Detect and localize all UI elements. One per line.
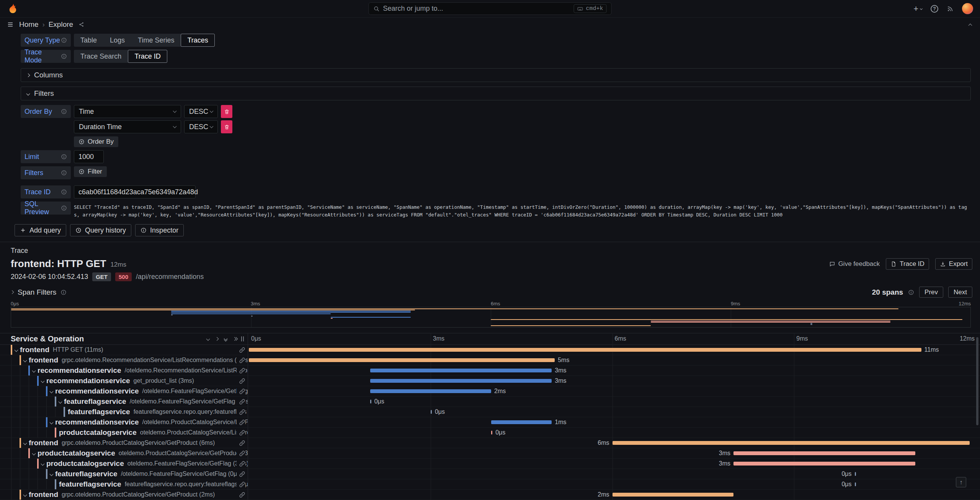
breadcrumb-item-explore[interactable]: Explore bbox=[49, 20, 73, 29]
expand-span-icon[interactable] bbox=[33, 369, 35, 372]
order-by-direction-select[interactable]: DESC bbox=[184, 120, 218, 133]
expand-span-icon[interactable] bbox=[24, 359, 26, 362]
help-icon[interactable]: ? bbox=[931, 5, 938, 13]
span-row[interactable]: frontendgrpc.oteldemo.ProductCatalogServ… bbox=[0, 490, 980, 500]
span-duration-bar[interactable] bbox=[733, 462, 915, 466]
span-duration-bar[interactable] bbox=[855, 472, 856, 476]
span-row[interactable]: featureflagservicefeatureflagservice.rep… bbox=[0, 479, 980, 490]
span-row[interactable]: recommendationservice/oteldemo.ProductCa… bbox=[0, 417, 980, 428]
chevron-right-icon[interactable] bbox=[10, 290, 14, 294]
trace-id-input[interactable]: c6ab06f11684d23aca75e6349a72a48d bbox=[74, 185, 196, 198]
collapse-one-icon[interactable] bbox=[206, 337, 210, 341]
expand-span-icon[interactable] bbox=[50, 390, 53, 393]
span-duration-bar[interactable] bbox=[370, 400, 371, 403]
span-duration-bar[interactable] bbox=[370, 379, 552, 383]
prev-button[interactable]: Prev bbox=[919, 287, 943, 298]
span-row[interactable]: featureflagservice/oteldemo.FeatureFlagS… bbox=[0, 397, 980, 407]
limit-input[interactable]: 1000 bbox=[74, 150, 104, 163]
span-row[interactable]: recommendationservice/oteldemo.FeatureFl… bbox=[0, 386, 980, 397]
inspector-button[interactable]: Inspector bbox=[135, 224, 184, 236]
next-button[interactable]: Next bbox=[948, 287, 972, 298]
span-row[interactable]: featureflagservice/oteldemo.FeatureFlagS… bbox=[0, 469, 980, 479]
add-filter-button[interactable]: Filter bbox=[74, 166, 107, 177]
add-order-by-button[interactable]: Order By bbox=[74, 136, 118, 147]
span-row[interactable]: featureflagservicefeatureflagservice.rep… bbox=[0, 407, 980, 417]
share-icon[interactable] bbox=[78, 21, 85, 28]
columns-section-toggle[interactable]: Columns bbox=[21, 68, 971, 82]
expand-span-icon[interactable] bbox=[41, 380, 44, 382]
query-type-option-traces[interactable]: Traces bbox=[181, 34, 214, 47]
expand-span-icon[interactable] bbox=[50, 421, 53, 424]
info-icon[interactable] bbox=[61, 154, 67, 160]
remove-order-by-button[interactable] bbox=[221, 120, 232, 133]
span-link-icon[interactable] bbox=[237, 430, 245, 436]
info-icon[interactable] bbox=[61, 189, 67, 195]
span-duration-bar[interactable] bbox=[370, 369, 552, 372]
span-row[interactable]: productcatalogserviceoteldemo.ProductCat… bbox=[0, 428, 980, 438]
info-icon[interactable] bbox=[61, 37, 67, 43]
minimap-canvas[interactable] bbox=[11, 307, 971, 328]
query-type-option-time-series[interactable]: Time Series bbox=[131, 34, 181, 47]
info-icon[interactable] bbox=[60, 289, 67, 295]
export-button[interactable]: Export bbox=[935, 258, 972, 270]
span-link-icon[interactable] bbox=[237, 450, 245, 457]
trace-mode-option-trace-search[interactable]: Trace Search bbox=[74, 50, 128, 63]
trace-mode-option-trace-id[interactable]: Trace ID bbox=[128, 50, 167, 63]
give-feedback-button[interactable]: Give feedback bbox=[829, 260, 880, 268]
info-icon[interactable] bbox=[61, 108, 67, 115]
info-icon[interactable] bbox=[61, 53, 67, 59]
expand-one-icon[interactable] bbox=[215, 337, 219, 341]
span-row[interactable]: frontendgrpc.oteldemo.RecommendationServ… bbox=[0, 355, 980, 366]
span-row[interactable]: recommendationservice/oteldemo.Recommend… bbox=[0, 366, 980, 376]
span-link-icon[interactable] bbox=[237, 357, 245, 364]
collapse-all-icon[interactable] bbox=[224, 337, 227, 341]
span-row[interactable]: productcatalogserviceoteldemo.ProductCat… bbox=[0, 448, 980, 459]
filters-section-toggle[interactable]: Filters bbox=[21, 87, 971, 100]
trace-id-button[interactable]: Trace ID bbox=[886, 258, 929, 270]
span-row[interactable]: productcatalogserviceoteldemo.FeatureFla… bbox=[0, 459, 980, 469]
expand-span-icon[interactable] bbox=[15, 349, 18, 351]
order-by-field-select[interactable]: Duration Time bbox=[74, 120, 181, 133]
user-avatar[interactable] bbox=[962, 3, 973, 14]
span-duration-bar[interactable] bbox=[612, 441, 970, 445]
span-link-icon[interactable] bbox=[237, 378, 245, 384]
span-duration-bar[interactable] bbox=[249, 358, 555, 362]
info-icon[interactable] bbox=[61, 205, 67, 211]
collapse-pane-icon[interactable] bbox=[969, 20, 973, 29]
span-duration-bar[interactable] bbox=[370, 389, 492, 393]
span-link-icon[interactable] bbox=[237, 440, 245, 446]
vertical-scrollbar[interactable] bbox=[976, 337, 978, 425]
span-duration-bar[interactable] bbox=[733, 451, 915, 455]
span-link-icon[interactable] bbox=[237, 409, 245, 415]
info-icon[interactable] bbox=[61, 170, 67, 176]
span-link-icon[interactable] bbox=[237, 388, 245, 395]
scroll-to-top-button[interactable]: ↑ bbox=[956, 477, 966, 487]
span-link-icon[interactable] bbox=[237, 471, 245, 477]
span-duration-bar[interactable] bbox=[491, 420, 552, 424]
span-duration-bar[interactable] bbox=[431, 410, 432, 414]
span-link-icon[interactable] bbox=[237, 347, 245, 353]
add-query-button[interactable]: Add query bbox=[15, 224, 66, 236]
span-link-icon[interactable] bbox=[237, 481, 245, 488]
expand-all-icon[interactable] bbox=[233, 338, 237, 340]
span-link-icon[interactable] bbox=[237, 419, 245, 426]
expand-span-icon[interactable] bbox=[24, 442, 26, 444]
query-type-option-logs[interactable]: Logs bbox=[103, 34, 131, 47]
search-bar[interactable]: Search or jump to... cmd+k bbox=[369, 2, 612, 15]
remove-order-by-button[interactable] bbox=[221, 105, 232, 118]
span-row[interactable]: frontendHTTP GET (11ms)11ms bbox=[0, 345, 980, 355]
news-icon[interactable] bbox=[947, 5, 954, 12]
breadcrumb-item-home[interactable]: Home bbox=[19, 20, 39, 29]
span-duration-bar[interactable] bbox=[855, 482, 856, 486]
column-resize-handle[interactable] bbox=[241, 336, 244, 341]
menu-toggle[interactable] bbox=[7, 21, 14, 28]
span-duration-bar[interactable] bbox=[491, 431, 492, 434]
expand-span-icon[interactable] bbox=[41, 462, 44, 465]
order-by-field-select[interactable]: Time bbox=[74, 105, 181, 118]
order-by-direction-select[interactable]: DESC bbox=[184, 105, 218, 118]
grafana-logo[interactable] bbox=[7, 3, 19, 15]
span-link-icon[interactable] bbox=[237, 367, 245, 374]
span-link-icon[interactable] bbox=[237, 461, 245, 467]
expand-span-icon[interactable] bbox=[24, 493, 26, 496]
span-duration-bar[interactable] bbox=[612, 493, 734, 497]
